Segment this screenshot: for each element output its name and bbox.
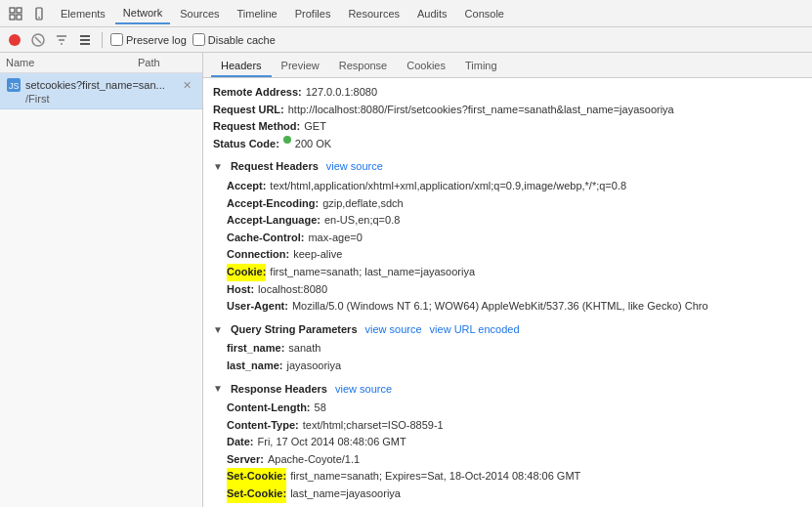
accept-encoding-row: Accept-Encoding: gzip,deflate,sdch: [227, 195, 802, 213]
request-method-row: Request Method: GET: [213, 118, 802, 136]
remote-address-label: Remote Address:: [213, 84, 302, 102]
status-dot: [283, 136, 291, 144]
date-value: Fri, 17 Oct 2014 08:48:06 GMT: [258, 434, 406, 451]
main-content: Name Path JS setcookies?first_name=san..…: [0, 53, 812, 507]
accept-language-label: Accept-Language:: [227, 212, 321, 230]
request-method-label: Request Method:: [213, 118, 300, 136]
preserve-log-checkbox-label[interactable]: Preserve log: [110, 33, 187, 46]
view-source-link[interactable]: view source: [326, 158, 383, 176]
svg-rect-13: [80, 39, 90, 41]
detail-panel: Headers Preview Response Cookies Timing …: [203, 53, 812, 507]
accept-label: Accept:: [227, 178, 266, 195]
devtools-toolbar: Elements Network Sources Timeline Profil…: [0, 0, 812, 27]
set-cookie1-label: Set-Cookie:: [227, 468, 286, 486]
request-url-value: http://localhost:8080/First/setcookies?f…: [288, 102, 674, 119]
last-name-value: jayasooriya: [286, 358, 341, 375]
svg-rect-1: [17, 8, 21, 13]
stop-button[interactable]: [29, 31, 47, 49]
disable-cache-checkbox-label[interactable]: Disable cache: [192, 33, 276, 46]
connection-label: Connection:: [227, 246, 289, 264]
record-button[interactable]: [6, 31, 23, 49]
request-list-item[interactable]: JS setcookies?first_name=san... ✕ /First: [0, 73, 202, 109]
server-row: Server: Apache-Coyote/1.1: [227, 451, 802, 469]
set-cookie2-row: Set-Cookie: last_name=jayasooriya: [227, 486, 802, 503]
date-row: Date: Fri, 17 Oct 2014 08:48:06 GMT: [227, 434, 802, 451]
content-length-row: Content-Length: 58: [227, 400, 802, 417]
separator: [102, 32, 103, 48]
host-value: localhost:8080: [258, 281, 327, 299]
detail-tab-bar: Headers Preview Response Cookies Timing: [203, 53, 812, 78]
host-label: Host:: [227, 281, 254, 299]
collapse-triangle[interactable]: ▼: [213, 159, 223, 175]
tab-console[interactable]: Console: [457, 4, 512, 23]
svg-rect-14: [80, 43, 90, 45]
tab-headers[interactable]: Headers: [211, 56, 272, 77]
svg-point-5: [38, 17, 40, 19]
user-agent-value: Mozilla/5.0 (Windows NT 6.1; WOW64) Appl…: [292, 298, 708, 316]
disable-cache-checkbox[interactable]: [192, 33, 205, 46]
request-path: /First: [25, 93, 49, 105]
disable-cache-label: Disable cache: [208, 34, 276, 46]
request-list-header: Name Path: [0, 53, 202, 73]
svg-line-8: [35, 37, 41, 43]
set-cookie2-value: last_name=jayasooriya: [290, 486, 401, 503]
accept-row: Accept: text/html,application/xhtml+xml,…: [227, 178, 802, 195]
set-cookie1-value: first_name=sanath; Expires=Sat, 18-Oct-2…: [290, 468, 580, 486]
set-cookie1-row: Set-Cookie: first_name=sanath; Expires=S…: [227, 468, 802, 486]
tab-resources[interactable]: Resources: [340, 4, 407, 23]
user-agent-row: User-Agent: Mozilla/5.0 (Windows NT 6.1;…: [227, 298, 802, 316]
request-headers-content: Accept: text/html,application/xhtml+xml,…: [213, 178, 802, 316]
query-collapse-triangle[interactable]: ▼: [213, 322, 223, 338]
main-tab-bar: Elements Network Sources Timeline Profil…: [53, 3, 512, 24]
tab-preview[interactable]: Preview: [272, 56, 329, 77]
network-toolbar: Preserve log Disable cache: [0, 27, 812, 53]
close-request-button[interactable]: ✕: [179, 77, 194, 93]
cookie-value: first_name=sanath; last_name=jayasooriya: [270, 264, 475, 281]
mobile-icon[interactable]: [29, 4, 49, 23]
devtools-icon[interactable]: [6, 4, 25, 23]
svg-rect-12: [80, 35, 90, 37]
remote-address-value: 127.0.0.1:8080: [306, 84, 377, 102]
remote-address-row: Remote Address: 127.0.0.1:8080: [213, 84, 802, 102]
name-column-header: Name: [6, 57, 138, 68]
last-name-label: last_name:: [227, 358, 282, 375]
request-headers-title: Request Headers: [231, 158, 319, 176]
connection-value: keep-alive: [293, 246, 342, 264]
svg-point-6: [9, 34, 21, 46]
response-headers-title: Response Headers: [231, 381, 327, 399]
cache-control-label: Cache-Control:: [227, 230, 304, 247]
connection-row: Connection: keep-alive: [227, 246, 802, 264]
tab-profiles[interactable]: Profiles: [287, 4, 339, 23]
tab-sources[interactable]: Sources: [172, 4, 227, 23]
response-collapse-triangle[interactable]: ▼: [213, 381, 223, 397]
query-string-content: first_name: sanath last_name: jayasooriy…: [213, 340, 802, 374]
tab-timeline[interactable]: Timeline: [230, 4, 285, 23]
tab-cookies[interactable]: Cookies: [397, 56, 455, 77]
query-string-title: Query String Parameters: [231, 321, 358, 339]
filter-icon[interactable]: [53, 31, 70, 49]
svg-rect-0: [10, 8, 15, 13]
list-icon[interactable]: [76, 31, 94, 49]
view-source-link2[interactable]: view source: [365, 321, 422, 339]
preserve-log-checkbox[interactable]: [110, 33, 123, 46]
request-method-value: GET: [304, 118, 326, 136]
content-type-label: Content-Type:: [227, 417, 299, 435]
status-code-row: Status Code: 200 OK: [213, 136, 802, 153]
tab-response[interactable]: Response: [329, 56, 398, 77]
tab-timing[interactable]: Timing: [455, 56, 507, 77]
tab-network[interactable]: Network: [115, 3, 170, 24]
tab-elements[interactable]: Elements: [53, 4, 113, 23]
request-url-row: Request URL: http://localhost:8080/First…: [213, 102, 802, 119]
request-url-label: Request URL:: [213, 102, 284, 119]
server-value: Apache-Coyote/1.1: [268, 451, 360, 469]
headers-content[interactable]: Remote Address: 127.0.0.1:8080 Request U…: [203, 78, 812, 507]
view-source-link3[interactable]: view source: [335, 381, 392, 399]
request-list-panel: Name Path JS setcookies?first_name=san..…: [0, 53, 203, 507]
cache-control-row: Cache-Control: max-age=0: [227, 230, 802, 247]
query-string-section-header: ▼ Query String Parameters view source vi…: [213, 321, 802, 339]
view-url-encoded-link[interactable]: view URL encoded: [430, 321, 520, 339]
set-cookie2-label: Set-Cookie:: [227, 486, 286, 503]
cache-control-value: max-age=0: [308, 230, 362, 247]
accept-language-value: en-US,en;q=0.8: [324, 212, 400, 230]
tab-audits[interactable]: Audits: [409, 4, 455, 23]
